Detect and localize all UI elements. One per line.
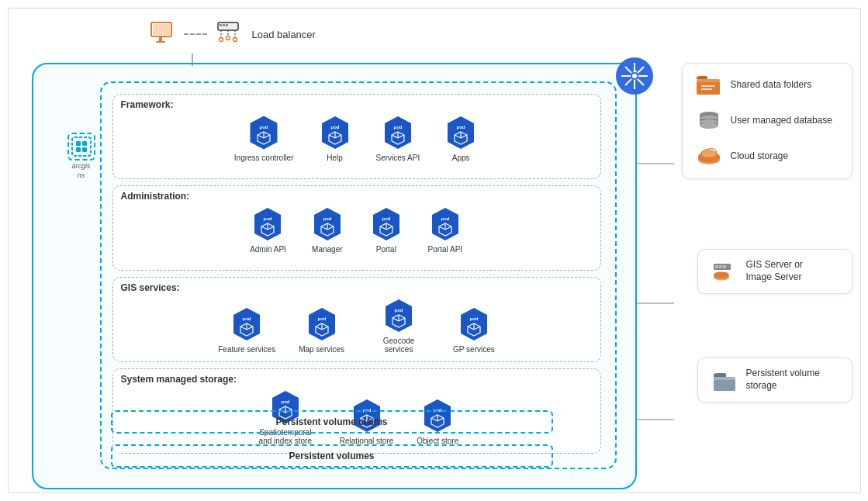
monitor-icon xyxy=(148,19,178,49)
load-balancer-label: Load balancer xyxy=(252,29,316,40)
pod-label-geocode: Geocode services xyxy=(368,337,430,354)
pod-icon-ingress: pod xyxy=(246,115,282,150)
pod-gp-services: pod GP services xyxy=(453,306,495,354)
k8s-container: arcgis ns Framework: pod xyxy=(32,63,637,489)
pvc-bar: Persistent volume claims xyxy=(111,410,553,434)
administration-section: Administration: pod xyxy=(112,185,601,271)
administration-pods: pod Admin API xyxy=(113,203,600,260)
svg-rect-1 xyxy=(159,36,162,41)
svg-rect-3 xyxy=(153,24,170,35)
svg-rect-142 xyxy=(719,265,722,268)
pod-geocode: pod Geocode services xyxy=(368,298,430,354)
framework-pods: pod Ingress controller xyxy=(113,112,600,168)
pod-icon-portal-api: pod xyxy=(427,206,463,242)
pod-map-services: pod Map services xyxy=(299,306,344,354)
pod-portal-api: pod Portal API xyxy=(427,206,463,254)
pod-icon-portal: pod xyxy=(368,206,404,242)
shared-data-folders-item: Shared data folders xyxy=(695,71,839,99)
database-icon xyxy=(695,107,723,135)
persistent-volume-item: Persistent volumestorage xyxy=(711,366,839,394)
pod-ingress-controller: pod Ingress controller xyxy=(234,115,294,162)
gis-server-icon xyxy=(711,257,738,285)
svg-rect-16 xyxy=(82,141,87,146)
svg-text:pod: pod xyxy=(382,216,390,221)
svg-rect-2 xyxy=(156,41,165,43)
pod-icon-map: pod xyxy=(304,306,340,342)
svg-text:pod: pod xyxy=(281,399,289,404)
persistent-volume-icon xyxy=(711,366,738,394)
svg-text:pod: pod xyxy=(243,316,251,321)
svg-rect-18 xyxy=(82,147,87,152)
svg-point-11 xyxy=(219,38,223,42)
svg-rect-5 xyxy=(220,24,222,26)
svg-rect-15 xyxy=(76,141,81,146)
pv-bar: Persistent volumes xyxy=(111,444,553,468)
svg-text:pod: pod xyxy=(395,308,403,313)
load-balancer-icon xyxy=(213,19,243,49)
gis-services-label: GIS services: xyxy=(113,278,600,295)
system-storage-label: System managed storage: xyxy=(113,369,600,386)
gis-server-label: GIS Server orImage Server xyxy=(746,259,803,283)
pod-feature-services: pod Feature services xyxy=(218,306,275,354)
svg-rect-7 xyxy=(226,24,228,26)
pod-label-portal-api: Portal API xyxy=(428,245,462,254)
svg-text:pod: pod xyxy=(469,316,478,321)
svg-rect-141 xyxy=(715,265,718,268)
svg-rect-6 xyxy=(223,24,225,26)
framework-label: Framework: xyxy=(113,95,600,112)
gis-services-pods: pod Feature services xyxy=(113,295,600,360)
gis-services-section: GIS services: pod xyxy=(112,277,601,362)
lb-connector-line xyxy=(184,33,207,35)
pod-label-gp: GP services xyxy=(453,345,495,354)
pod-label-portal: Portal xyxy=(376,245,396,254)
ns-text: ns xyxy=(78,171,85,179)
kubernetes-icon: ⎈ xyxy=(615,57,654,95)
svg-text:pod: pod xyxy=(457,125,465,130)
arcgis-ns-icon xyxy=(67,133,95,161)
svg-text:pod: pod xyxy=(260,125,268,130)
pod-icon-help: pod xyxy=(317,115,353,150)
pod-icon-gp: pod xyxy=(456,306,492,342)
svg-text:pod: pod xyxy=(330,125,339,130)
pod-manager: pod Manager xyxy=(310,206,345,254)
svg-point-135 xyxy=(700,123,718,129)
shared-folders-label: Shared data folders xyxy=(731,79,812,92)
user-managed-db-label: User managed database xyxy=(731,115,832,127)
svg-text:pod: pod xyxy=(317,316,326,321)
administration-label: Administration: xyxy=(113,186,600,203)
pod-label-apps: Apps xyxy=(452,154,470,162)
pv-label: Persistent volumes xyxy=(289,451,374,461)
right-panel-bottom: Persistent volumestorage xyxy=(697,358,852,403)
right-panel-middle: GIS Server orImage Server xyxy=(697,249,852,294)
pod-label-help: Help xyxy=(327,154,343,162)
shared-folder-icon xyxy=(695,71,723,99)
svg-point-147 xyxy=(714,272,729,278)
cloud-storage-icon xyxy=(695,143,723,171)
svg-rect-14 xyxy=(72,137,91,156)
pod-services-api: pod Services API xyxy=(376,115,420,162)
svg-rect-149 xyxy=(714,380,735,391)
pod-icon-manager: pod xyxy=(310,206,345,242)
svg-text:pod: pod xyxy=(393,125,402,130)
persistent-volume-label: Persistent volumestorage xyxy=(746,368,820,392)
svg-point-12 xyxy=(226,36,230,40)
pod-label-manager: Manager xyxy=(312,245,342,254)
pod-icon-geocode: pod xyxy=(381,298,417,333)
svg-point-121 xyxy=(632,74,637,78)
pod-help: pod Help xyxy=(317,115,353,162)
pod-apps: pod Apps xyxy=(443,115,479,162)
svg-text:pod: pod xyxy=(323,216,331,221)
pod-icon-feature: pod xyxy=(229,306,265,342)
arcgis-ns-text: arcgis xyxy=(71,162,90,170)
pod-label-map: Map services xyxy=(299,345,344,354)
framework-section: Framework: pod xyxy=(112,94,601,179)
cloud-storage-label: Cloud storage xyxy=(731,150,789,163)
pod-label-ingress: Ingress controller xyxy=(234,154,294,162)
svg-rect-144 xyxy=(728,266,729,268)
pod-icon-services-api: pod xyxy=(380,115,416,150)
gis-server-item: GIS Server orImage Server xyxy=(711,257,839,285)
pvc-label: Persistent volume claims xyxy=(275,416,387,427)
user-managed-db-item: User managed database xyxy=(695,107,839,135)
svg-rect-128 xyxy=(701,88,712,90)
svg-rect-17 xyxy=(76,147,81,152)
